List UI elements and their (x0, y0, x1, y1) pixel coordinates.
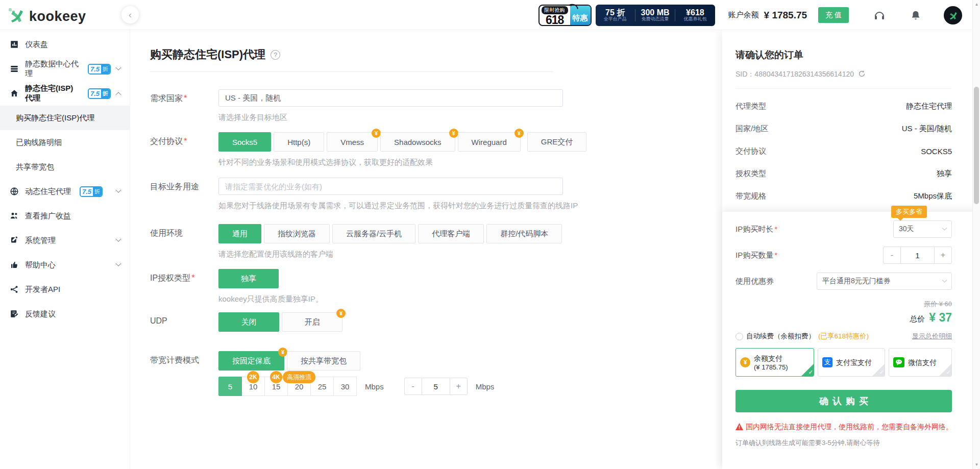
quantity-label: IP购买数量* (736, 251, 777, 260)
price-detail-link[interactable]: 显示总价明细 (912, 332, 952, 341)
country-input[interactable] (218, 89, 563, 107)
protocol-option-gre[interactable]: GRE交付 (527, 132, 587, 152)
check-icon: ✓ (801, 364, 814, 376)
payment-alipay[interactable]: 支 支付宝支付 ✓ (818, 348, 885, 377)
scrollbar-down-arrow[interactable]: ▼ (973, 462, 980, 467)
bandwidth-option-20[interactable]: 20高清推流 (287, 377, 311, 396)
field-control: 关闭 开启¥ (218, 312, 342, 332)
billing-option-fixed[interactable]: 按固定保底¥ (218, 351, 284, 371)
order-title: 请确认您的订单 (736, 48, 952, 62)
sidebar-subitem-purchased-lines[interactable]: 已购线路明细 (0, 130, 130, 155)
environment-option-proxy-client[interactable]: 代理客户端 (418, 224, 484, 243)
duration-value: 30天 (899, 225, 914, 234)
environment-option-general[interactable]: 通用 (218, 224, 261, 243)
header-actions: 限时抢购 618 特惠 75 折 全平台产品 300 MB 免费动态流量 (538, 0, 962, 30)
udp-option-on[interactable]: 开启¥ (282, 312, 342, 332)
sidebar-item-developer-api[interactable]: 开发者API (0, 277, 130, 302)
field-label: 使用环境 (150, 224, 218, 259)
network-warning: 国内网络无法直接使用代理，使用线路前，您需要自备海外网络。 (736, 423, 952, 432)
environment-option-script[interactable]: 群控/代码脚本 (486, 224, 562, 243)
protocol-option-vmess[interactable]: Vmess¥ (327, 132, 378, 152)
promo-618-badge[interactable]: 限时抢购 618 特惠 (538, 5, 592, 26)
promo-banner[interactable]: 75 折 全平台产品 300 MB 免费动态流量 ¥618 优惠券礼包 (596, 5, 715, 26)
field-label: UDP (150, 312, 218, 332)
total-label: 总价 (910, 314, 925, 324)
check-icon: ✓ (939, 364, 951, 376)
stepper-minus-button[interactable]: - (884, 247, 900, 263)
sidebar-subitem-buy-static-residential[interactable]: 购买静态住宅(ISP)代理 (0, 106, 130, 130)
duration-row: IP购买时长* 30天 (736, 219, 952, 239)
bell-icon[interactable] (910, 9, 921, 21)
headphones-icon[interactable] (873, 9, 886, 21)
protocol-option-wireguard[interactable]: Wireguard¥ (458, 132, 521, 152)
feedback-icon (9, 309, 19, 319)
protocol-option-shadowsocks[interactable]: Shadowsocks¥ (380, 132, 455, 152)
stepper-value[interactable]: 1 (900, 247, 935, 263)
sidebar-item-feedback[interactable]: 反馈建议 (0, 302, 130, 326)
sidebar-collapse-button[interactable]: ‹ (121, 6, 139, 23)
user-avatar[interactable] (944, 6, 962, 24)
protocol-option-https[interactable]: Http(s) (274, 132, 324, 152)
banner-title: 300 MB (635, 8, 675, 17)
refresh-icon[interactable] (858, 70, 866, 79)
bandwidth-option-5[interactable]: 5 (218, 377, 242, 396)
chevron-down-icon (115, 261, 121, 266)
bandwidth-option-10[interactable]: 102K (241, 377, 265, 396)
sidebar-item-help-center[interactable]: 帮助中心 (0, 253, 130, 277)
sidebar-item-label: 静态住宅(ISP)代理 (25, 84, 79, 103)
discount-suffix: 折 (101, 65, 110, 73)
purpose-input[interactable] (218, 178, 563, 195)
auto-renew-radio[interactable] (736, 333, 743, 340)
banner-subtitle: 全平台产品 (596, 17, 635, 22)
stepper-plus-button[interactable]: + (935, 247, 951, 263)
brand-logo[interactable]: kookeey (8, 7, 86, 26)
sidebar-item-static-residential-proxy[interactable]: 静态住宅(ISP)代理 7.5折 (0, 81, 130, 106)
field-label: IP授权类型* (150, 269, 218, 304)
stepper-value[interactable]: 5 (422, 378, 450, 394)
bandwidth-option-30[interactable]: 30 (333, 377, 357, 396)
sidebar-item-dynamic-residential-proxy[interactable]: 动态住宅代理 7.5折 (0, 179, 130, 204)
payment-balance[interactable]: ¥ 余额支付 (¥ 1785.75) ✓ (736, 348, 814, 377)
order-summary-area: 请确认您的订单 SID：4880434171826314356614120 代理… (722, 30, 980, 230)
sidebar-item-referral-earnings[interactable]: 查看推广收益 (0, 204, 130, 228)
field-control: 按固定保底¥ 按共享带宽包 5 102K 154K 20高清推流 25 30 M… (218, 351, 494, 396)
stepper-minus-button[interactable]: - (405, 378, 422, 394)
chevron-down-icon (115, 236, 121, 242)
scrollbar-thumb[interactable] (974, 87, 979, 204)
auth-option-dedicated[interactable]: 独享 (218, 269, 279, 288)
recharge-button[interactable]: 充 值 (818, 7, 849, 23)
page-scrollbar[interactable]: ▲ ▼ (972, 0, 980, 469)
sidebar-item-static-datacenter-proxy[interactable]: 静态数据中心代理 7.5折 (0, 57, 130, 81)
help-icon[interactable]: ? (271, 50, 280, 60)
coupon-value: 平台通用8元无门槛券 (822, 277, 891, 286)
order-note: 订单确认到线路生成可能需要3-5分钟,请耐心等待 (736, 438, 952, 448)
payment-wechat[interactable]: 微信支付 ✓ (889, 348, 952, 377)
coupon-select[interactable]: 平台通用8元无门槛券 (817, 273, 952, 290)
payment-name: 微信支付 (908, 358, 937, 367)
summary-label: 国家/地区 (736, 124, 768, 134)
bandwidth-unit-label: Mbps (476, 382, 495, 391)
sidebar-item-system-management[interactable]: 系统管理 (0, 228, 130, 253)
udp-option-off[interactable]: 关闭 (218, 312, 279, 332)
environment-option-fingerprint-browser[interactable]: 指纹浏览器 (264, 224, 330, 243)
sidebar-item-dashboard[interactable]: 仪表盘 (0, 32, 130, 57)
promo-price-note: (已享618特惠价) (818, 332, 869, 341)
banner-subtitle: 优惠券礼包 (675, 17, 715, 22)
summary-value: 静态住宅代理 (906, 102, 952, 111)
field-helper: 针对不同的业务场景和使用模式选择协议，获取更好的适配效果 (218, 158, 586, 167)
field-label: 需求国家* (150, 89, 218, 122)
protocol-option-socks5[interactable]: Socks5 (218, 132, 271, 152)
discount-badge: 7.5折 (80, 186, 103, 197)
users-icon (9, 211, 19, 221)
confirm-purchase-button[interactable]: 确认购买 (736, 390, 952, 412)
sidebar-subitem-shared-bandwidth[interactable]: 共享带宽包 (0, 155, 130, 179)
thumb-icon (9, 260, 19, 270)
scrollbar-up-arrow[interactable]: ▲ (973, 2, 980, 7)
field-helper: 请选择您配置使用该线路的客户端 (218, 250, 562, 259)
duration-select[interactable]: 30天 (893, 220, 952, 238)
sidebar: 仪表盘 静态数据中心代理 7.5折 静态住宅(ISP)代理 7.5折 购买静态住… (0, 30, 130, 469)
discount-badge: 7.5折 (88, 88, 111, 99)
environment-option-cloud-server[interactable]: 云服务器/云手机 (332, 224, 415, 243)
stepper-plus-button[interactable]: + (450, 378, 467, 394)
billing-option-shared[interactable]: 按共享带宽包 (287, 351, 360, 371)
